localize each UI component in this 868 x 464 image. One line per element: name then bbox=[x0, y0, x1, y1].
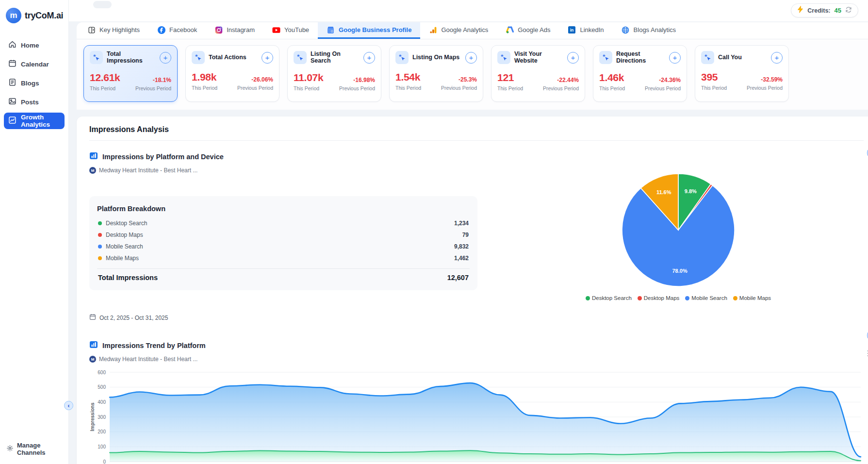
youtube-icon bbox=[272, 26, 280, 34]
add-metric-button[interactable]: + bbox=[465, 52, 477, 64]
credits-badge[interactable]: Credits: 45 bbox=[791, 3, 858, 17]
top-header: Credits: 45 bbox=[69, 0, 868, 21]
sidebar-item-home[interactable]: Home bbox=[4, 37, 65, 53]
series-color-dot bbox=[98, 256, 102, 260]
metric-card-listing-on-search[interactable]: Listing On Search+11.07kThis Period-16.9… bbox=[287, 45, 381, 102]
sidebar: m tryCoM.ai HomeCalendarBlogsPostsGrowth… bbox=[0, 0, 69, 464]
click-metric-icon bbox=[395, 51, 409, 64]
tab-facebook[interactable]: Facebook bbox=[148, 22, 206, 39]
sidebar-collapse-button[interactable]: ‹ bbox=[64, 401, 73, 410]
refresh-icon[interactable] bbox=[845, 6, 852, 15]
blogs-analytics-icon bbox=[622, 26, 630, 34]
metric-card-total-actions[interactable]: Total Actions+1.98kThis Period-26.06%Pre… bbox=[185, 45, 279, 102]
chart-section-icon bbox=[89, 151, 98, 162]
legend-item[interactable]: Desktop Maps bbox=[638, 295, 680, 301]
tab-instagram[interactable]: Instagram bbox=[206, 22, 263, 39]
manage-channels-button[interactable]: Manage Channels bbox=[6, 442, 68, 456]
sidebar-item-label: Posts bbox=[21, 99, 39, 106]
add-metric-button[interactable]: + bbox=[262, 52, 273, 64]
pie-chart-block: 9.8%78.0%11.6% Desktop SearchDesktop Map… bbox=[576, 171, 780, 301]
svg-text:Impressions: Impressions bbox=[90, 402, 95, 431]
tab-label: LinkedIn bbox=[580, 26, 604, 33]
metric-period-label: This Period bbox=[294, 85, 323, 91]
metric-change: -32.59% bbox=[747, 76, 783, 83]
metric-change: -25.3% bbox=[441, 76, 477, 83]
platform-breakdown-title: Platform Breakdown bbox=[97, 205, 470, 213]
tab-google-analytics[interactable]: Google Analytics bbox=[420, 22, 497, 39]
series-color-dot bbox=[98, 233, 102, 237]
legend-item[interactable]: Mobile Maps bbox=[733, 295, 771, 301]
sidebar-item-blogs[interactable]: Blogs bbox=[4, 75, 65, 91]
pie-chart[interactable]: 9.8%78.0%11.6% bbox=[619, 171, 737, 289]
metric-value: 1.46k bbox=[599, 72, 625, 83]
platform-device-header: Impressions by Platform and Device bbox=[89, 151, 864, 162]
metric-value: 11.07k bbox=[294, 72, 323, 83]
app-window: m tryCoM.ai HomeCalendarBlogsPostsGrowth… bbox=[0, 0, 868, 464]
series-color-dot bbox=[98, 245, 102, 249]
metric-title: Request Directions bbox=[616, 51, 665, 65]
svg-text:400: 400 bbox=[98, 399, 106, 405]
business-avatar: M bbox=[89, 167, 96, 174]
svg-text:78.0%: 78.0% bbox=[672, 268, 687, 274]
metric-title: Total Actions bbox=[209, 54, 258, 61]
svg-text:0: 0 bbox=[103, 459, 106, 464]
add-metric-button[interactable]: + bbox=[160, 52, 171, 64]
area-chart[interactable]: 010020030040050060002 Oct03 Oct04 Oct05 … bbox=[87, 368, 864, 464]
home-icon bbox=[8, 40, 16, 50]
tab-label: Blogs Analytics bbox=[634, 26, 676, 33]
metric-previous-label: Previous Period bbox=[135, 85, 171, 91]
chart-section-icon bbox=[89, 340, 98, 351]
metric-card-visit-your-website[interactable]: Visit Your Website+121This Period-22.44%… bbox=[491, 45, 585, 102]
analysis-section-title: Impressions Analysis bbox=[89, 125, 864, 141]
click-metric-icon bbox=[497, 51, 510, 64]
metric-change: -16.98% bbox=[339, 77, 375, 83]
business-avatar: M bbox=[89, 356, 96, 363]
svg-text:in: in bbox=[570, 28, 574, 33]
tab-google-business-profile[interactable]: Google Business Profile bbox=[318, 22, 420, 39]
trend-chart-block: 010020030040050060002 Oct03 Oct04 Oct05 … bbox=[87, 368, 864, 464]
metric-title: Total Impressions bbox=[107, 51, 156, 65]
svg-text:200: 200 bbox=[98, 429, 106, 434]
metric-value: 1.98k bbox=[192, 71, 217, 83]
sidebar-item-growth-analytics[interactable]: Growth Analytics bbox=[4, 113, 65, 129]
tab-label: Google Business Profile bbox=[339, 26, 411, 33]
add-metric-button[interactable]: + bbox=[669, 52, 681, 64]
brand-logo-icon: m bbox=[6, 8, 21, 23]
svg-text:600: 600 bbox=[98, 370, 106, 375]
svg-text:500: 500 bbox=[98, 384, 106, 390]
legend-item[interactable]: Mobile Search bbox=[685, 295, 727, 301]
tab-blogs-analytics[interactable]: Blogs Analytics bbox=[613, 22, 685, 39]
tab-linkedin[interactable]: inLinkedIn bbox=[559, 22, 612, 39]
tab-key-highlights[interactable]: Key Highlights bbox=[79, 22, 148, 39]
metric-card-request-directions[interactable]: Request Directions+1.46kThis Period-24.3… bbox=[593, 45, 687, 102]
platform-device-title: Impressions by Platform and Device bbox=[102, 153, 224, 161]
metric-card-total-impressions[interactable]: Total Impressions+12.61kThis Period-18.1… bbox=[83, 45, 178, 102]
add-metric-button[interactable]: + bbox=[567, 52, 579, 64]
metric-value: 1.54k bbox=[395, 71, 421, 83]
tab-google-ads[interactable]: Google Ads bbox=[497, 22, 559, 39]
sidebar-item-label: Blogs bbox=[21, 80, 39, 87]
metric-previous-label: Previous Period bbox=[747, 85, 783, 91]
metric-title: Visit Your Website bbox=[514, 51, 563, 65]
metric-card-call-you[interactable]: Call You+395This Period-32.59%Previous P… bbox=[695, 45, 789, 102]
metric-card-listing-on-maps[interactable]: Listing On Maps+1.54kThis Period-25.3%Pr… bbox=[389, 45, 483, 102]
posts-icon bbox=[8, 97, 16, 107]
add-metric-button[interactable]: + bbox=[363, 52, 375, 64]
sidebar-nav: HomeCalendarBlogsPostsGrowth Analytics bbox=[0, 37, 68, 129]
sidebar-item-posts[interactable]: Posts bbox=[4, 94, 65, 110]
google-ads-icon bbox=[506, 26, 514, 34]
sidebar-item-label: Calendar bbox=[21, 61, 49, 68]
brand-logo[interactable]: m tryCoM.ai bbox=[0, 0, 68, 30]
linkedin-icon: in bbox=[568, 26, 576, 34]
pie-legend: Desktop SearchDesktop MapsMobile SearchM… bbox=[576, 295, 780, 301]
add-metric-button[interactable]: + bbox=[771, 52, 783, 64]
sidebar-item-calendar[interactable]: Calendar bbox=[4, 56, 65, 72]
legend-item[interactable]: Desktop Search bbox=[586, 295, 632, 301]
svg-text:11.6%: 11.6% bbox=[656, 189, 671, 195]
tab-youtube[interactable]: YouTube bbox=[263, 22, 318, 39]
metric-previous-label: Previous Period bbox=[339, 85, 375, 91]
instagram-icon bbox=[214, 26, 223, 34]
calendar-icon bbox=[89, 314, 96, 322]
calendar-icon bbox=[8, 59, 16, 69]
tab-label: YouTube bbox=[284, 26, 309, 33]
